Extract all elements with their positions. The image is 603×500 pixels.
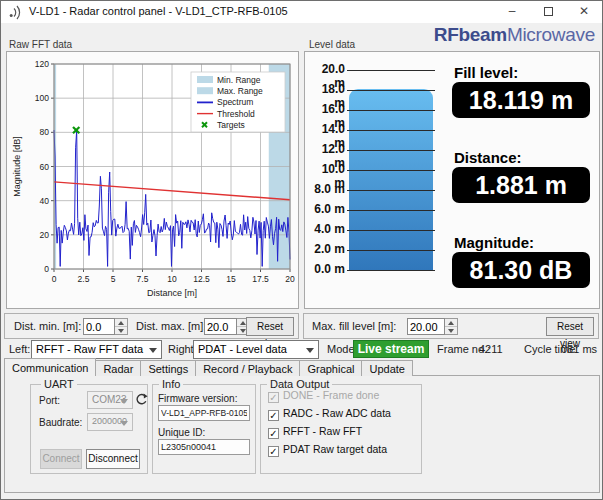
baudrate-combobox: 2000000 xyxy=(87,413,133,431)
gauge-tick-line xyxy=(347,210,435,211)
info-groupbox: Info Firmware version: Unique ID: xyxy=(152,384,256,474)
checkbox-rfft[interactable]: ✓RFFT - Raw FFT xyxy=(268,425,362,439)
gauge-tick-line xyxy=(347,90,435,91)
y-tick-label: 100 xyxy=(35,93,49,103)
cycle-time-value: 081 ms xyxy=(561,337,597,361)
distance-label: Distance: xyxy=(454,149,522,166)
gauge-tick-line xyxy=(347,230,435,231)
tab-update[interactable]: Update xyxy=(361,360,412,376)
magnitude-label: Magnitude: xyxy=(454,234,534,251)
checkbox-icon[interactable]: ✓ xyxy=(268,410,279,421)
checkbox-icon[interactable]: ✓ xyxy=(268,428,279,439)
gauge-tick-line xyxy=(347,130,435,131)
refresh-ports-icon[interactable] xyxy=(135,393,148,406)
readouts: Fill level:18.119 mDistance:1.881 mMagni… xyxy=(452,52,592,308)
fft-reset-view-button[interactable]: Reset view xyxy=(246,317,294,336)
y-tick-label: 40 xyxy=(40,196,50,206)
dist-max-input[interactable] xyxy=(204,318,237,335)
checkbox-label: DONE - Frame done xyxy=(283,389,379,401)
checkbox-pdat[interactable]: ✓PDAT Raw target data xyxy=(268,443,387,457)
max-fill-label: Max. fill level [m]: xyxy=(312,314,396,338)
x-tick-label: 0 xyxy=(52,274,57,284)
mode-status-badge: Live stream xyxy=(353,340,429,358)
firmware-version-field[interactable] xyxy=(158,405,250,421)
selector-row: Left: RFFT - Raw FFT data Right: PDAT - … xyxy=(1,339,603,360)
checkbox-icon: ✓ xyxy=(268,392,279,403)
y-tick-label: 80 xyxy=(40,127,50,137)
right-data-combobox[interactable]: PDAT - Level data xyxy=(193,340,319,359)
x-tick-label: 7.5 xyxy=(137,274,149,284)
gauge-tick-line xyxy=(347,170,435,171)
chevron-down-icon xyxy=(120,421,128,426)
baudrate-label: Baudrate: xyxy=(39,417,82,428)
data-output-groupbox: Data Output ✓DONE - Frame done✓RADC - Ra… xyxy=(260,384,422,474)
tab-settings[interactable]: Settings xyxy=(140,360,196,376)
max-fill-stepper[interactable] xyxy=(445,318,458,335)
uart-group-title: UART xyxy=(41,378,77,390)
legend-band-swatch xyxy=(197,76,213,83)
tab-graphical[interactable]: Graphical xyxy=(299,360,362,376)
level-reset-view-button[interactable]: Reset view xyxy=(546,317,594,336)
minimize-button[interactable]: – xyxy=(494,1,530,23)
tab-communication[interactable]: Communication xyxy=(4,358,96,376)
fill-level-gauge: 20.0 m18.0 m16.0 m14.0 m12.0 m10.0 m8.0 … xyxy=(307,52,439,308)
tab-radar[interactable]: Radar xyxy=(95,360,141,376)
chevron-down-icon xyxy=(306,348,314,353)
firmware-version-label: Firmware version: xyxy=(158,393,237,404)
tab-record-playback[interactable]: Record / Playback xyxy=(195,360,300,376)
x-tick-label: 15 xyxy=(226,274,236,284)
stepper-up-icon[interactable] xyxy=(445,319,457,327)
x-tick-label: 20 xyxy=(285,274,295,284)
gauge-tick-line xyxy=(347,270,435,271)
x-tick-label: 2.5 xyxy=(78,274,90,284)
fill-level-value: 18.119 m xyxy=(452,82,590,118)
dist-min-stepper[interactable] xyxy=(115,318,128,335)
fft-chart-panel: 02.557.51012.51517.520020406080100120Dis… xyxy=(6,51,299,309)
y-axis-title: Magnitude [dB] xyxy=(12,136,22,197)
close-button[interactable]: ✕ xyxy=(566,1,602,23)
port-label: Port: xyxy=(39,395,60,406)
gauge-tick-line xyxy=(347,190,435,191)
checkbox-radc[interactable]: ✓RADC - Raw ADC data xyxy=(268,407,391,421)
right-combo-value: PDAT - Level data xyxy=(198,343,287,355)
x-tick-label: 5 xyxy=(111,274,116,284)
left-combo-value: RFFT - Raw FFT data xyxy=(36,343,143,355)
uart-groupbox: UART Port: COM23 Baudrate: 2000000 Conne… xyxy=(30,384,148,474)
gauge-tick-line xyxy=(347,110,435,111)
communication-tab-panel: UART Port: COM23 Baudrate: 2000000 Conne… xyxy=(4,375,600,493)
stepper-up-icon[interactable] xyxy=(115,319,127,327)
checkbox-label: PDAT Raw target data xyxy=(283,443,387,455)
gauge-fill-bar xyxy=(349,89,433,270)
checkbox-icon[interactable]: ✓ xyxy=(268,446,279,457)
maximize-button[interactable] xyxy=(530,1,566,23)
disconnect-button[interactable]: Disconnect xyxy=(86,449,140,469)
legend-label: Targets xyxy=(217,120,245,130)
rfbeam-logo: RFbeamMicrowave xyxy=(434,24,595,46)
unique-id-field[interactable] xyxy=(158,439,250,455)
legend-band-swatch xyxy=(197,87,213,94)
minimize-icon: – xyxy=(509,4,516,18)
left-data-combobox[interactable]: RFFT - Raw FFT data xyxy=(31,340,162,359)
checkbox-label: RFFT - Raw FFT xyxy=(283,425,362,437)
x-tick-label: 12.5 xyxy=(193,274,210,284)
dist-min-input[interactable] xyxy=(83,318,115,335)
gauge-tick-line xyxy=(347,150,435,151)
logo-light-text: Microwave xyxy=(507,24,595,45)
max-fill-input[interactable] xyxy=(407,318,445,335)
dist-min-label: Dist. min. [m]: xyxy=(14,314,81,338)
level-controls-box: Max. fill level [m]: Reset view xyxy=(303,313,599,339)
close-icon: ✕ xyxy=(579,4,589,18)
port-combobox: COM23 xyxy=(87,391,133,409)
gauge-tick-line xyxy=(347,70,435,71)
level-data-panel: 20.0 m18.0 m16.0 m14.0 m12.0 m10.0 m8.0 … xyxy=(304,51,600,309)
stepper-down-icon[interactable] xyxy=(445,327,457,335)
y-tick-label: 0 xyxy=(44,264,49,274)
maximize-icon xyxy=(544,7,553,16)
tab-bar: CommunicationRadarSettingsRecord / Playb… xyxy=(4,358,412,376)
fft-chart[interactable]: 02.557.51012.51517.520020406080100120Dis… xyxy=(7,52,298,308)
x-axis-title: Distance [m] xyxy=(147,288,197,298)
checkbox-done: ✓DONE - Frame done xyxy=(268,389,379,403)
gauge-scale-label: 4.0 m xyxy=(309,222,345,236)
dist-max-label: Dist. max. [m]: xyxy=(136,314,206,338)
stepper-down-icon[interactable] xyxy=(115,327,127,335)
